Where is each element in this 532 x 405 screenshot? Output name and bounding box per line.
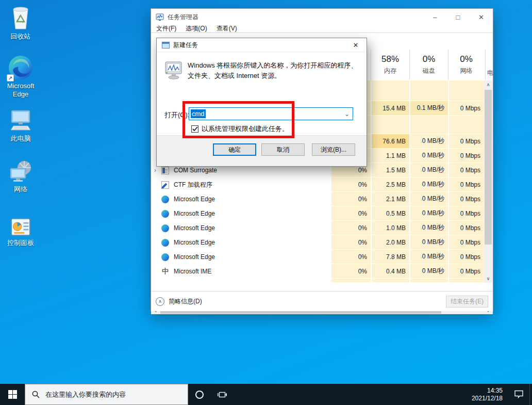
net-cell: 0 Mbps — [448, 235, 484, 250]
recycle-bin-icon — [8, 4, 33, 31]
fewer-details-toggle[interactable]: ∧ 简略信息(D) — [156, 297, 202, 306]
menu-file[interactable]: 文件(F) — [156, 25, 176, 32]
network-column-label: 网络 — [448, 67, 484, 75]
mem-cell: 1.0 MB — [371, 221, 409, 235]
menu-options[interactable]: 选项(O) — [186, 25, 207, 32]
close-button[interactable]: ✕ — [470, 9, 493, 25]
task-view-button[interactable] — [211, 384, 234, 405]
desktop-icon-network[interactable]: 网络 — [1, 159, 40, 193]
close-icon: ✕ — [478, 13, 484, 21]
ime-process-icon: 中 — [161, 268, 169, 276]
dialog-close-button[interactable]: ✕ — [350, 41, 361, 49]
column-header-network[interactable]: 0% 网络 — [448, 50, 484, 80]
cpu-cell: 0% — [330, 221, 371, 235]
column-header-memory[interactable]: 58% 内存 — [371, 50, 409, 80]
process-name-cell: Microsoft Edge — [151, 235, 330, 250]
task-manager-footer: ∧ 简略信息(D) 结束任务(E) — [151, 291, 493, 311]
menu-bar: 文件(F) 选项(O) 查看(V) — [151, 25, 493, 33]
memory-column-label: 内存 — [371, 67, 409, 75]
new-task-dialog-icon — [162, 42, 170, 48]
checkbox-checked-icon[interactable] — [191, 125, 198, 133]
browse-button[interactable]: 浏览(B)... — [312, 143, 355, 156]
window-title: 任务管理器 — [168, 13, 198, 22]
table-row[interactable] — [151, 279, 484, 283]
memory-usage-percent: 58% — [371, 54, 409, 64]
ctf-process-icon — [161, 181, 169, 189]
taskbar-clock[interactable]: 14:35 2021/12/18 — [472, 387, 508, 402]
mem-cell — [371, 279, 409, 283]
task-name-combobox[interactable]: cmd ⌄ — [189, 107, 353, 120]
cancel-button[interactable]: 取消 — [261, 143, 305, 156]
edge-process-icon — [161, 253, 169, 261]
disk-column-label: 磁盘 — [410, 67, 448, 75]
disk-cell: 0 MB/秒 — [409, 221, 448, 235]
table-row[interactable]: 中Microsoft IME0%0.4 MB0 MB/秒0 Mbps — [151, 264, 484, 279]
task-manager-app-icon — [156, 13, 164, 21]
column-header-power[interactable]: 电 — [485, 50, 494, 80]
table-row[interactable]: Microsoft Edge0%1.0 MB0 MB/秒0 Mbps — [151, 221, 484, 235]
dialog-footer: 确定 取消 浏览(B)... — [157, 135, 367, 166]
cpu-cell: 0% — [330, 264, 371, 279]
notification-icon — [514, 390, 524, 399]
net-cell — [448, 116, 484, 134]
column-header-disk[interactable]: 0% 磁盘 — [409, 50, 448, 80]
taskbar-search-input[interactable]: 在这里输入你要搜索的内容 — [25, 384, 188, 405]
action-center-button[interactable] — [508, 384, 529, 405]
desktop-icon-edge[interactable]: ↗ Microsoft Edge — [1, 55, 40, 99]
process-name: Microsoft Edge — [174, 224, 215, 232]
edge-process-icon — [161, 239, 169, 247]
menu-view[interactable]: 查看(V) — [217, 25, 237, 32]
process-name: CTF 加载程序 — [174, 181, 212, 189]
edge-process-icon — [161, 224, 169, 232]
mem-cell: 7.8 MB — [371, 250, 409, 264]
edge-process-icon — [161, 210, 169, 218]
vertical-scrollbar[interactable]: ∧ ∨ — [484, 80, 492, 283]
minimize-button[interactable]: – — [423, 9, 446, 25]
desktop-icon-control-panel[interactable]: 控制面板 — [1, 217, 40, 247]
mem-cell: 15.4 MB — [371, 101, 409, 116]
process-name: Microsoft Edge — [174, 239, 215, 246]
mem-cell: 0.5 MB — [371, 206, 409, 221]
dialog-titlebar[interactable]: 新建任务 ✕ — [157, 38, 367, 52]
windows-logo-icon — [8, 390, 17, 399]
admin-privileges-label: 以系统管理权限创建此任务。 — [202, 124, 289, 134]
admin-privileges-checkbox-row[interactable]: 以系统管理权限创建此任务。 — [191, 124, 289, 134]
desktop-icon-recycle-bin[interactable]: 回收站 — [1, 4, 40, 41]
table-row[interactable]: Microsoft Edge0%2.1 MB0 MB/秒0 Mbps — [151, 192, 484, 206]
scroll-up-icon[interactable]: ∧ — [484, 80, 492, 89]
disk-cell — [409, 116, 448, 134]
show-desktop-button[interactable] — [529, 384, 532, 405]
ok-button[interactable]: 确定 — [213, 143, 256, 156]
desktop-icon-this-pc[interactable]: 此电脑 — [1, 108, 40, 143]
table-row[interactable]: Microsoft Edge0%2.0 MB0 MB/秒0 Mbps — [151, 235, 484, 250]
process-name-cell: Microsoft Edge — [151, 250, 330, 264]
start-button[interactable] — [0, 384, 25, 405]
taskbar: 在这里输入你要搜索的内容 14:35 2021/12/18 — [0, 384, 532, 405]
table-row[interactable]: CTF 加载程序0%2.5 MB0 MB/秒0 Mbps — [151, 177, 484, 192]
net-cell: 0 Mbps — [448, 134, 484, 149]
desktop-icon-label: Microsoft Edge — [2, 82, 39, 99]
dialog-title: 新建任务 — [173, 41, 198, 50]
open-label: 打开(O): — [164, 110, 189, 120]
process-name-cell: 中Microsoft IME — [151, 264, 330, 279]
scroll-down-icon[interactable]: ∨ — [484, 274, 492, 283]
combobox-dropdown-icon[interactable]: ⌄ — [344, 110, 351, 118]
clock-time: 14:35 — [472, 387, 503, 395]
maximize-button[interactable]: □ — [446, 9, 470, 25]
net-cell: 0 Mbps — [448, 101, 484, 116]
net-cell: 0 Mbps — [448, 149, 484, 163]
cortana-button[interactable] — [188, 384, 211, 405]
table-row[interactable]: Microsoft Edge0%0.5 MB0 MB/秒0 Mbps — [151, 206, 484, 221]
disk-usage-percent: 0% — [410, 54, 448, 64]
search-placeholder: 在这里输入你要搜索的内容 — [45, 390, 126, 399]
expander-icon[interactable]: › — [154, 167, 161, 174]
task-manager-titlebar[interactable]: 任务管理器 – □ ✕ — [151, 9, 493, 25]
net-cell: 0 Mbps — [448, 221, 484, 235]
disk-cell: 0 MB/秒 — [409, 264, 448, 279]
vertical-scrollbar-thumb[interactable] — [485, 90, 492, 245]
new-task-dialog: 新建任务 ✕ Windows 将根据你所键入的名称，为你打开相应的程序、 文件夹… — [156, 38, 367, 167]
task-name-input-value[interactable]: cmd — [191, 109, 206, 118]
cpu-cell: 0% — [330, 206, 371, 221]
process-name-cell: Microsoft Edge — [151, 221, 330, 235]
table-row[interactable]: Microsoft Edge0%7.8 MB0 MB/秒0 Mbps — [151, 250, 484, 264]
